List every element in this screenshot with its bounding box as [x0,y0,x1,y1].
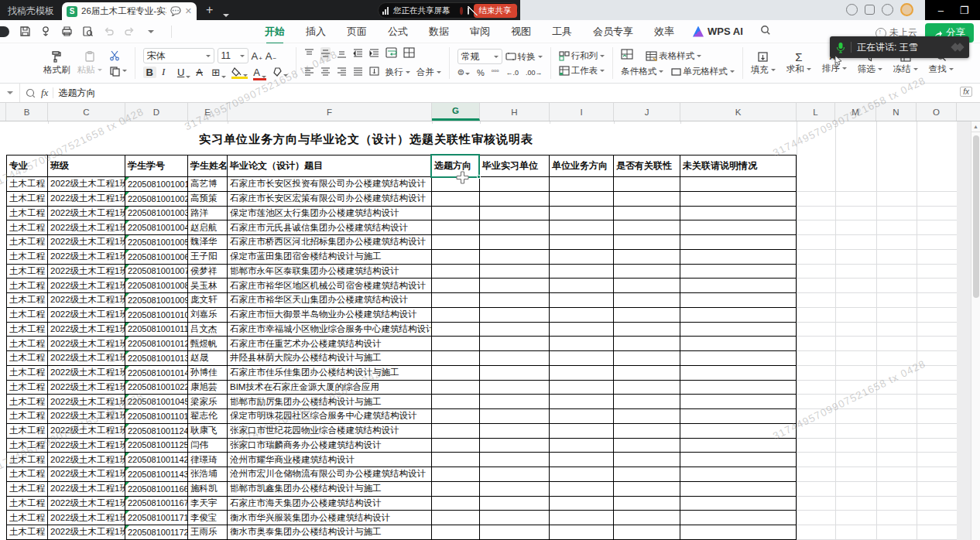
scrollbar-thumb[interactable] [973,135,979,298]
cell[interactable] [432,279,480,293]
cell[interactable] [550,366,614,381]
cell[interactable] [680,220,797,235]
column-header-K[interactable]: K [680,103,797,121]
cell[interactable]: 土木工程 [6,366,48,381]
cell[interactable]: 赵启航 [188,220,228,235]
cell[interactable] [550,467,614,482]
merge-cells-icon[interactable] [403,47,415,61]
cell[interactable]: 2205081001014 [125,366,188,381]
cell[interactable] [550,453,614,467]
cell[interactable]: 土木工程 [6,177,48,192]
align-center-icon[interactable] [320,65,331,79]
cell[interactable] [550,351,614,366]
tab-list-chevron-icon[interactable] [223,6,229,20]
cell[interactable]: 土木工程 [6,308,48,323]
align-right-icon[interactable] [337,65,347,79]
cell[interactable] [680,323,797,337]
cell[interactable]: 2205081001167 [125,497,188,511]
cell[interactable]: 李俊宝 [188,511,228,525]
cell[interactable]: 李天宇 [188,497,228,511]
cell[interactable]: 2205081001171 [125,511,188,525]
cell[interactable] [550,207,614,221]
align-bottom-icon[interactable] [337,47,347,61]
cell[interactable]: 邯郸市永年区泰联集团办公楼建筑结构设计 [228,265,432,279]
format-painter-button[interactable]: 格式刷 [43,50,70,76]
cell[interactable] [680,467,797,482]
cell[interactable]: 2022级土木工程1班 [48,351,125,366]
cell[interactable] [480,177,550,192]
cell[interactable]: 土木工程 [6,279,48,293]
cell[interactable] [480,265,550,279]
cell[interactable]: 张家口市瑞麟商务办公楼建筑结构设计 [228,439,432,453]
table-title[interactable]: 实习单位业务方向与毕业论文（设计）选题关联性审核说明表 [6,124,726,155]
cell[interactable]: 土木工程 [6,525,48,540]
cell[interactable]: 2205081001142 [125,453,188,467]
cell[interactable] [680,207,797,221]
increase-indent-icon[interactable] [369,47,379,61]
cell[interactable] [480,250,550,265]
cell[interactable] [614,439,680,453]
column-header-J[interactable]: J [614,103,680,121]
font-color-button[interactable]: A [253,67,266,78]
menu-tab-页面[interactable]: 页面 [347,25,367,39]
cell[interactable]: 2022级土木工程1班 [48,395,125,409]
menu-tab-公式[interactable]: 公式 [388,25,408,39]
cell[interactable] [614,323,680,337]
sum-button[interactable]: Σ 求和 [786,52,811,75]
cell[interactable] [432,235,480,250]
formula-search-icon[interactable] [26,88,36,98]
column-header-O[interactable]: O [917,103,957,121]
cell[interactable] [614,207,680,221]
header-relevance[interactable]: 是否有关联性 [614,155,680,177]
wrap-text-button[interactable]: 换行 [385,67,410,78]
cell[interactable]: BIM技术在石家庄金源大厦的综合应用 [228,381,432,395]
cell[interactable]: 沧州市宏川仓储物流有限公司办公楼建筑结构设计 [228,467,432,482]
cell[interactable] [680,395,797,409]
cell[interactable]: 2022级土木工程1班 [48,381,125,395]
cell[interactable] [480,351,550,366]
column-header-N[interactable]: N [876,103,917,121]
cell[interactable]: 土木工程 [6,467,48,482]
align-justify-icon[interactable] [353,65,363,79]
cell[interactable] [614,279,680,293]
cell[interactable]: 刘嘉乐 [188,308,228,323]
cell[interactable] [550,409,614,424]
cell[interactable] [680,381,797,395]
cell[interactable] [614,511,680,525]
cell[interactable]: 2022级土木工程1班 [48,366,125,381]
end-share-button[interactable]: 结束共享 [474,4,517,18]
cell[interactable]: 闫伟 [188,439,228,453]
cell[interactable] [680,511,797,525]
rows-columns-button[interactable]: 行和列 [559,50,605,62]
cell[interactable] [550,308,614,323]
cell[interactable] [432,497,480,511]
cell[interactable]: 石家庄市海天集团办公楼建筑结构设计 [228,497,432,511]
cell[interactable]: 2205081001011 [125,323,188,337]
header-explanation[interactable]: 未关联请说明情况 [680,155,797,177]
cell[interactable] [432,250,480,265]
cell[interactable]: 土木工程 [6,381,48,395]
cell[interactable]: 2205081001022 [125,381,188,395]
text-orientation-icon[interactable] [369,65,379,79]
wps-ai-menu[interactable]: WPS AI [693,26,743,37]
cell[interactable] [680,366,797,381]
column-header-D[interactable]: D [125,103,188,121]
cell[interactable] [680,525,797,540]
cut-icon[interactable] [109,48,127,63]
cell[interactable]: 2205081001166 [125,482,188,497]
decrease-font-icon[interactable]: A− [266,50,276,62]
cell[interactable] [614,250,680,265]
cell[interactable]: 2022级土木工程1班 [48,482,125,497]
cell[interactable]: 土木工程 [6,265,48,279]
cell[interactable]: 土木工程 [6,192,48,207]
cell[interactable] [550,525,614,540]
scroll-up-icon[interactable]: ▲ [971,121,980,132]
cell[interactable] [550,439,614,453]
conditional-format-button[interactable]: 条件格式 [621,66,663,77]
cell[interactable]: 石家庄市桥西区河北招标集团办公楼建筑结构设计 [228,235,432,250]
cell[interactable] [480,381,550,395]
cell[interactable]: 魏泽华 [188,235,228,250]
cell[interactable]: 吕文杰 [188,323,228,337]
cell[interactable]: 井陉县林荫大院办公楼结构设计与施工 [228,351,432,366]
restore-button[interactable]: ❐ [957,5,972,16]
